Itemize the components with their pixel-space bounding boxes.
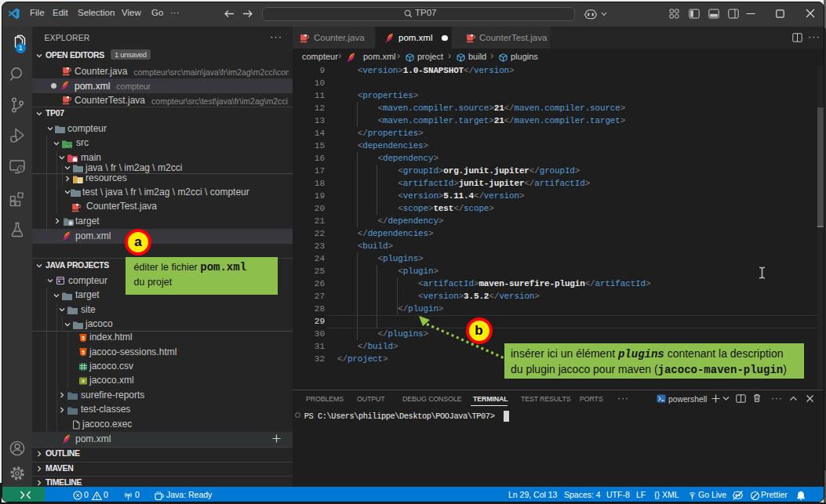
svg-text:5: 5 [82,350,85,355]
svg-text:a: a [82,379,85,384]
svg-text:</>: </> [66,143,72,147]
svg-text:5: 5 [82,335,85,341]
